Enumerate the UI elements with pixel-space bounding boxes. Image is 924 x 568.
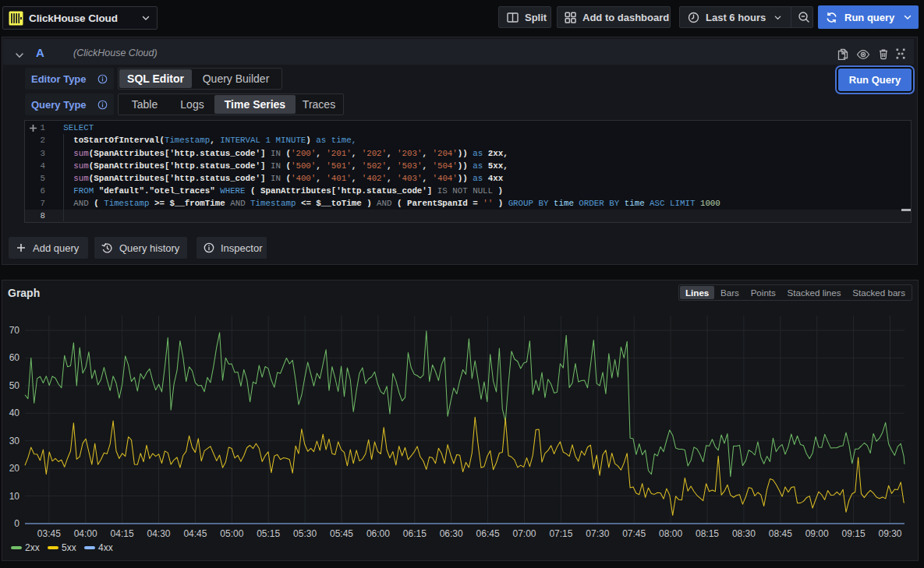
svg-text:09:00: 09:00: [805, 528, 829, 539]
svg-text:04:45: 04:45: [183, 528, 207, 539]
svg-text:20: 20: [9, 463, 20, 474]
svg-text:07:15: 07:15: [549, 528, 572, 539]
svg-text:09:30: 09:30: [878, 528, 901, 539]
svg-text:50: 50: [9, 380, 20, 391]
svg-text:40: 40: [9, 407, 20, 418]
svg-text:06:30: 06:30: [440, 528, 463, 539]
svg-text:07:00: 07:00: [512, 528, 536, 539]
svg-text:08:45: 08:45: [769, 528, 792, 539]
svg-text:04:30: 04:30: [147, 528, 170, 539]
svg-text:08:00: 08:00: [659, 528, 682, 539]
svg-text:07:30: 07:30: [586, 528, 609, 539]
svg-text:06:00: 06:00: [366, 528, 390, 539]
svg-text:70: 70: [9, 325, 20, 336]
svg-text:05:45: 05:45: [330, 528, 353, 539]
svg-text:09:15: 09:15: [842, 528, 866, 539]
svg-text:0: 0: [14, 518, 19, 529]
svg-text:07:45: 07:45: [622, 528, 646, 539]
svg-text:05:15: 05:15: [257, 528, 280, 539]
svg-text:06:45: 06:45: [476, 528, 500, 539]
svg-text:05:30: 05:30: [293, 528, 317, 539]
svg-text:08:30: 08:30: [732, 528, 756, 539]
svg-text:30: 30: [9, 436, 20, 446]
svg-text:10: 10: [9, 491, 20, 502]
svg-text:04:00: 04:00: [74, 528, 97, 539]
svg-text:06:15: 06:15: [403, 528, 427, 539]
svg-text:04:15: 04:15: [111, 528, 134, 539]
svg-text:08:15: 08:15: [696, 528, 719, 539]
svg-text:60: 60: [9, 352, 20, 363]
svg-text:05:00: 05:00: [220, 528, 243, 539]
svg-text:03:45: 03:45: [37, 528, 61, 539]
